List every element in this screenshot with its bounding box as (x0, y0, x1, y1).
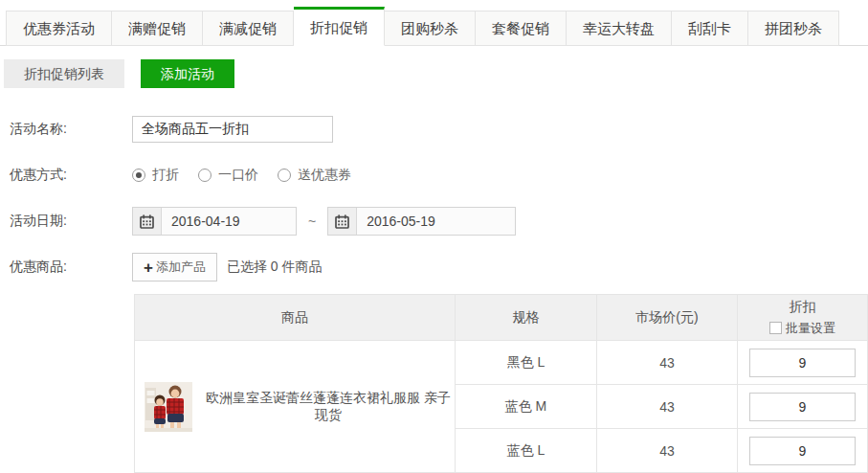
calendar-icon[interactable] (133, 208, 162, 235)
discount-products-label: 优惠商品: (10, 259, 132, 276)
radio-label: 打折 (152, 167, 179, 184)
discount-method-row: 优惠方式: 打折 一口价 送优惠券 (10, 161, 868, 190)
radio-option-yikoujia[interactable]: 一口价 (198, 167, 258, 184)
date-start-field[interactable]: 2016-04-19 (132, 207, 297, 236)
discount-cell (738, 429, 868, 473)
radio-icon (132, 169, 145, 182)
subtab-add-activity[interactable]: 添加活动 (141, 59, 234, 88)
product-image (145, 382, 192, 432)
table-row: 欧洲皇室圣诞蕾丝蓬蓬连衣裙礼服服 亲子现货 黑色 L 43 (135, 341, 868, 385)
discount-method-label: 优惠方式: (10, 167, 132, 184)
product-name: 欧洲皇室圣诞蕾丝蓬蓬连衣裙礼服服 亲子现货 (202, 390, 455, 424)
discount-method-options: 打折 一口价 送优惠券 (132, 167, 370, 184)
tab-group-seckill[interactable]: 团购秒杀 (385, 11, 476, 46)
radio-option-songyouhuiquan[interactable]: 送优惠券 (278, 167, 351, 184)
plus-icon: + (144, 259, 153, 276)
header-market-price: 市场价(元) (597, 295, 738, 341)
radio-label: 一口价 (218, 167, 258, 184)
batch-set-label: 批量设置 (786, 320, 835, 337)
table-header-row: 商品 规格 市场价(元) 折扣 批量设置 (135, 295, 868, 341)
tab-coupon-activity[interactable]: 优惠券活动 (6, 11, 112, 46)
discount-products-table: 商品 规格 市场价(元) 折扣 批量设置 (134, 294, 868, 473)
activity-name-row: 活动名称: (10, 115, 868, 144)
add-product-button[interactable]: + 添加产品 (132, 253, 217, 282)
header-product: 商品 (135, 295, 456, 341)
subtab-discount-list[interactable]: 折扣促销列表 (4, 59, 124, 88)
price-cell: 43 (597, 341, 738, 385)
tab-full-gift-promo[interactable]: 满赠促销 (112, 11, 203, 46)
activity-name-label: 活动名称: (10, 121, 132, 138)
promotion-tabbar: 优惠券活动 满赠促销 满减促销 折扣促销 团购秒杀 套餐促销 幸运大转盘 刮刮卡… (0, 8, 868, 46)
discount-input[interactable] (749, 393, 856, 421)
date-range-separator: ~ (308, 214, 316, 229)
header-discount-title: 折扣 (738, 299, 867, 316)
radio-icon (278, 169, 291, 182)
discount-cell (738, 341, 868, 385)
discount-products-row: 优惠商品: + 添加产品 已选择 0 件商品 (10, 253, 868, 282)
activity-date-label: 活动日期: (10, 213, 132, 230)
tab-package-promo[interactable]: 套餐促销 (476, 11, 567, 46)
tab-scratch-card[interactable]: 刮刮卡 (672, 11, 748, 46)
date-end-value: 2016-05-19 (357, 214, 445, 229)
header-discount: 折扣 批量设置 (738, 295, 868, 341)
spec-cell: 蓝色 L (456, 429, 597, 473)
header-spec: 规格 (456, 295, 597, 341)
spec-cell: 黑色 L (456, 341, 597, 385)
activity-name-input[interactable] (132, 116, 333, 143)
price-cell: 43 (597, 385, 738, 429)
product-cell: 欧洲皇室圣诞蕾丝蓬蓬连衣裙礼服服 亲子现货 (135, 341, 456, 473)
tab-lucky-wheel[interactable]: 幸运大转盘 (567, 11, 672, 46)
tab-full-reduction-promo[interactable]: 满减促销 (203, 11, 294, 46)
radio-label: 送优惠券 (298, 167, 351, 184)
spec-cell: 蓝色 M (456, 385, 597, 429)
subtab-bar: 折扣促销列表 添加活动 (4, 59, 868, 88)
discount-input[interactable] (749, 437, 856, 465)
batch-set-checkbox[interactable] (769, 322, 782, 334)
tab-pintuan-seckill[interactable]: 拼团秒杀 (748, 11, 839, 46)
activity-date-row: 活动日期: 2016-04-19 ~ 2016-05-19 (10, 207, 868, 236)
add-activity-form: 活动名称: 优惠方式: 打折 一口价 送优惠券 活动日期: 2016-0 (10, 115, 868, 282)
date-end-field[interactable]: 2016-05-19 (327, 207, 516, 236)
radio-icon (198, 169, 211, 182)
date-start-value: 2016-04-19 (162, 214, 250, 229)
selected-count-text: 已选择 0 件商品 (227, 259, 323, 276)
price-cell: 43 (597, 429, 738, 473)
discount-cell (738, 385, 868, 429)
radio-option-dazhe[interactable]: 打折 (132, 167, 179, 184)
tab-discount-promo[interactable]: 折扣促销 (294, 7, 385, 46)
add-product-label: 添加产品 (156, 259, 206, 276)
calendar-icon[interactable] (328, 208, 357, 235)
discount-input[interactable] (749, 349, 856, 377)
